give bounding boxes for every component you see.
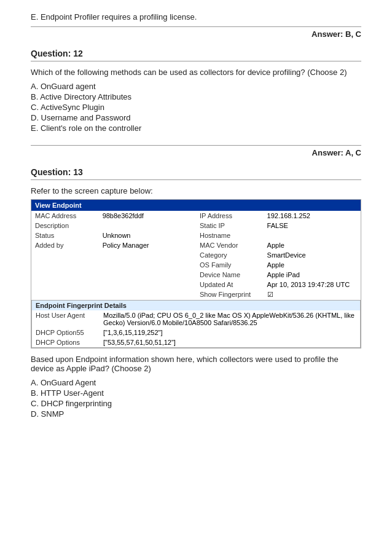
intro-text: E. Endpoint Profiler requires a profilin… <box>31 12 361 22</box>
option-13-b: B. HTTP User-Agent <box>31 388 361 398</box>
option-13-c: C. DHCP fingerprinting <box>31 399 361 408</box>
fp-value-host: Mozilla/5.0 (iPad; CPU OS 6_0_2 like Mac… <box>100 310 360 328</box>
value-show-fp <box>264 289 361 300</box>
label-empty3 <box>31 270 99 280</box>
question-12-text: Which of the following methods can be us… <box>31 68 361 77</box>
value-category: SmartDevice <box>264 250 361 260</box>
option-12-e: E. Client's role on the controller <box>31 124 361 133</box>
label-status: Status <box>31 230 99 240</box>
label-os-family: OS Family <box>196 260 264 270</box>
fp-value-dhcp-options: ["53,55,57,61,50,51,12"] <box>100 337 360 347</box>
label-category: Category <box>196 250 264 260</box>
fingerprint-header: Endpoint Fingerprint Details <box>32 301 360 310</box>
value-hostname <box>264 230 361 240</box>
table-row: Show Fingerprint <box>31 289 361 300</box>
value-empty4 <box>99 280 196 289</box>
fp-label-dhcp55: DHCP Option55 <box>32 328 100 337</box>
fingerprint-section: Endpoint Fingerprint Details Host User A… <box>31 300 361 348</box>
fingerprint-checkbox <box>267 291 273 298</box>
fp-label-dhcp-options: DHCP Options <box>32 337 100 347</box>
table-row: OS Family Apple <box>31 260 361 270</box>
label-empty1 <box>31 250 99 260</box>
value-os-family: Apple <box>264 260 361 270</box>
value-empty1 <box>99 250 196 260</box>
table-row: Category SmartDevice <box>31 250 361 260</box>
label-static-ip: Static IP <box>196 221 264 230</box>
label-device-name: Device Name <box>196 270 264 280</box>
value-status: Unknown <box>99 230 196 240</box>
question-13-header: Question: 13 <box>31 167 361 180</box>
table-row: Device Name Apple iPad <box>31 270 361 280</box>
screen-capture-title: View Endpoint <box>31 200 361 211</box>
fp-row-dhcp-options: DHCP Options ["53,55,57,61,50,51,12"] <box>32 337 360 347</box>
value-static-ip: FALSE <box>264 221 361 230</box>
option-12-c: C. ActiveSync Plugin <box>31 103 361 112</box>
value-empty5 <box>99 289 196 300</box>
question-12-header: Question: 12 <box>31 49 361 61</box>
fp-value-dhcp55: ["1,3,6,15,119,252"] <box>100 328 360 337</box>
fp-row-host: Host User Agent Mozilla/5.0 (iPad; CPU O… <box>32 310 360 328</box>
question-13-text: Based upon Endpoint information shown he… <box>31 355 361 373</box>
screen-capture: View Endpoint MAC Address 98b8e362fddf I… <box>31 199 361 348</box>
option-13-d: D. SNMP <box>31 409 361 419</box>
label-desc: Description <box>31 221 99 230</box>
label-updated-at: Updated At <box>196 280 264 289</box>
table-row: Updated At Apr 10, 2013 19:47:28 UTC <box>31 280 361 289</box>
option-12-d: D. Username and Password <box>31 113 361 122</box>
question-12-options: A. OnGuard agent B. Active Directory Att… <box>31 82 361 133</box>
value-desc <box>99 221 196 230</box>
table-row: MAC Address 98b8e362fddf IP Address 192.… <box>31 211 361 221</box>
value-mac: 98b8e362fddf <box>99 211 196 221</box>
label-ip: IP Address <box>196 211 264 221</box>
value-device-name: Apple iPad <box>264 270 361 280</box>
option-12-a: A. OnGuard agent <box>31 82 361 91</box>
value-empty3 <box>99 270 196 280</box>
option-12-b: B. Active Directory Attributes <box>31 92 361 101</box>
question-12-block: Question: 12 Which of the following meth… <box>31 49 361 133</box>
value-ip: 192.168.1.252 <box>264 211 361 221</box>
answer-q12: Answer: A, C <box>31 145 361 157</box>
label-empty2 <box>31 260 99 270</box>
refer-text: Refer to the screen capture below: <box>31 186 361 195</box>
label-empty5 <box>31 289 99 300</box>
table-row: Description Static IP FALSE <box>31 221 361 230</box>
endpoint-table: MAC Address 98b8e362fddf IP Address 192.… <box>31 211 361 300</box>
value-empty2 <box>99 260 196 270</box>
value-updated-at: Apr 10, 2013 19:47:28 UTC <box>264 280 361 289</box>
value-added: Policy Manager <box>99 240 196 250</box>
fp-row-dhcp55: DHCP Option55 ["1,3,6,15,119,252"] <box>32 328 360 337</box>
option-13-a: A. OnGuard Agent <box>31 378 361 387</box>
fingerprint-table: Host User Agent Mozilla/5.0 (iPad; CPU O… <box>32 310 360 347</box>
table-row: Status Unknown Hostname <box>31 230 361 240</box>
answer-q11: Answer: B, C <box>31 26 361 39</box>
label-empty4 <box>31 280 99 289</box>
value-mac-vendor: Apple <box>264 240 361 250</box>
label-added: Added by <box>31 240 99 250</box>
label-mac-vendor: MAC Vendor <box>196 240 264 250</box>
question-13-options: A. OnGuard Agent B. HTTP User-Agent C. D… <box>31 378 361 419</box>
label-mac: MAC Address <box>31 211 99 221</box>
fp-label-host: Host User Agent <box>32 310 100 328</box>
label-hostname: Hostname <box>196 230 264 240</box>
question-13-block: Question: 13 Refer to the screen capture… <box>31 167 361 419</box>
label-show-fp: Show Fingerprint <box>196 289 264 300</box>
table-row: Added by Policy Manager MAC Vendor Apple <box>31 240 361 250</box>
